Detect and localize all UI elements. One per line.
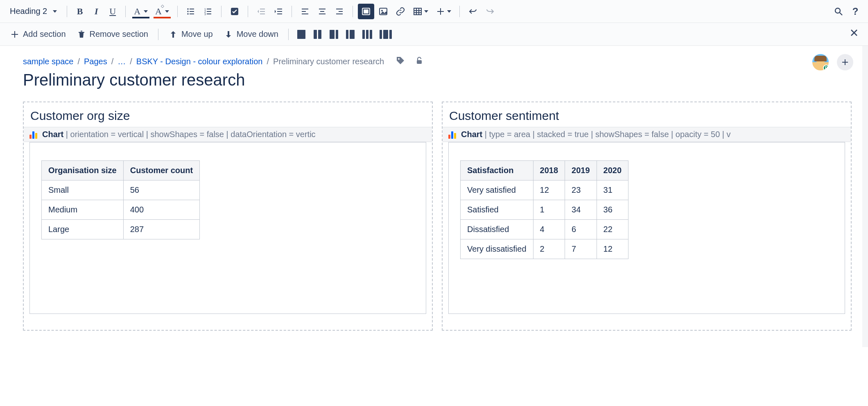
layout-column[interactable]: Customer org size Chart | orientation = … — [23, 102, 433, 331]
task-list-button[interactable] — [226, 4, 243, 19]
find-replace-button[interactable] — [830, 4, 847, 19]
svg-rect-5 — [190, 14, 194, 14]
table-cell[interactable]: 6 — [565, 220, 597, 239]
svg-point-31 — [381, 10, 383, 11]
table-cell[interactable]: 36 — [597, 200, 628, 220]
chart-macro-header[interactable]: Chart | type = area | stacked = true | s… — [443, 127, 851, 142]
restrictions-button[interactable] — [414, 56, 424, 68]
svg-point-39 — [835, 8, 840, 13]
highlight-color-button[interactable]: A◇ — [152, 4, 172, 19]
close-icon — [849, 28, 859, 38]
table-cell[interactable]: 22 — [597, 220, 628, 239]
italic-button[interactable]: I — [88, 4, 104, 19]
table-cell[interactable]: 400 — [123, 200, 199, 220]
breadcrumb-link[interactable]: BSKY - Design - colour exploration — [136, 57, 263, 66]
paragraph-style-picker[interactable]: Heading 2 — [5, 3, 62, 20]
layout-three-equal-button[interactable] — [359, 27, 375, 42]
table-header-row: Satisfaction 2018 2019 2020 — [461, 161, 628, 180]
breadcrumb-current: Preliminary customer research — [273, 57, 384, 66]
bullet-list-button[interactable] — [183, 4, 199, 19]
table-cell[interactable]: 23 — [565, 180, 597, 200]
table-cell[interactable]: Very satisfied — [461, 180, 533, 200]
table-cell[interactable]: Dissatisfied — [461, 220, 533, 239]
table-cell[interactable]: Large — [42, 220, 124, 239]
table-cell[interactable]: 12 — [597, 239, 628, 259]
table-cell[interactable]: Very dissatisfied — [461, 239, 533, 259]
page-title[interactable]: Preliminary customer research — [23, 71, 852, 89]
table-cell[interactable]: 7 — [565, 239, 597, 259]
remove-section-button[interactable]: Remove section — [72, 26, 153, 43]
layout-section: Customer org size Chart | orientation = … — [23, 102, 852, 331]
layout-two-equal-button[interactable] — [310, 27, 326, 42]
table-cell[interactable]: 1 — [533, 200, 565, 220]
table-cell[interactable]: Small — [42, 180, 124, 200]
breadcrumb-link[interactable]: sample space — [23, 57, 73, 66]
arrow-down-icon — [224, 29, 233, 39]
table-header[interactable]: 2020 — [597, 161, 628, 180]
breadcrumb-link[interactable]: Pages — [84, 57, 107, 66]
chart-macro-body[interactable]: Satisfaction 2018 2019 2020 Very satisfi… — [448, 142, 845, 314]
checkbox-icon — [230, 7, 240, 16]
table-cell[interactable]: 287 — [123, 220, 199, 239]
numbered-list-button[interactable]: 123 — [200, 4, 216, 19]
align-left-icon — [300, 7, 310, 16]
page-layout-button[interactable] — [358, 4, 374, 19]
insert-image-button[interactable] — [375, 4, 391, 19]
table-cell[interactable]: 56 — [123, 180, 199, 200]
table-cell[interactable]: Medium — [42, 200, 124, 220]
table-cell[interactable]: 12 — [533, 180, 565, 200]
indent-button[interactable] — [270, 4, 287, 19]
table-cell[interactable]: 34 — [565, 200, 597, 220]
insert-table-button[interactable] — [409, 4, 432, 19]
layout-three-sidebars-button[interactable] — [376, 27, 395, 42]
indent-icon — [274, 7, 283, 16]
data-table[interactable]: Satisfaction 2018 2019 2020 Very satisfi… — [460, 160, 628, 259]
avatar[interactable]: R — [811, 53, 830, 71]
layout-column[interactable]: Customer sentiment Chart | type = area |… — [442, 102, 852, 331]
redo-icon — [485, 7, 495, 16]
table-header[interactable]: Organisation size — [42, 161, 124, 180]
redo-button[interactable] — [482, 4, 498, 19]
svg-rect-23 — [320, 11, 324, 12]
labels-button[interactable] — [396, 56, 405, 68]
insert-link-button[interactable] — [392, 4, 409, 19]
table-row: Very satisfied 12 23 31 — [461, 180, 628, 200]
column-heading[interactable]: Customer sentiment — [449, 109, 845, 123]
align-left-button[interactable] — [297, 4, 313, 19]
bold-button[interactable]: B — [72, 4, 88, 19]
scrollbar[interactable] — [862, 46, 868, 347]
insert-more-button[interactable] — [432, 4, 454, 19]
column-heading[interactable]: Customer org size — [30, 109, 426, 123]
underline-button[interactable]: U — [105, 4, 120, 19]
close-layout-toolbar-button[interactable] — [845, 28, 863, 41]
chart-icon — [29, 131, 37, 139]
table-header[interactable]: 2018 — [533, 161, 565, 180]
chart-macro-body[interactable]: Organisation size Customer count Small 5… — [29, 142, 426, 314]
undo-button[interactable] — [465, 4, 481, 19]
invite-to-edit-button[interactable] — [837, 54, 853, 70]
data-table[interactable]: Organisation size Customer count Small 5… — [41, 160, 200, 239]
layout-two-left-button[interactable] — [326, 27, 342, 42]
chart-macro-header[interactable]: Chart | orientation = vertical | showSha… — [24, 127, 432, 142]
table-cell[interactable]: Satisfied — [461, 200, 533, 220]
align-right-button[interactable] — [331, 4, 348, 19]
help-button[interactable]: ? — [848, 4, 863, 19]
table-cell[interactable]: 31 — [597, 180, 628, 200]
add-section-button[interactable]: Add section — [5, 26, 71, 43]
svg-rect-17 — [277, 11, 282, 12]
layout-two-right-button[interactable] — [343, 27, 358, 42]
align-center-button[interactable] — [314, 4, 330, 19]
move-section-up-button[interactable]: Move up — [163, 26, 218, 43]
table-cell[interactable]: 4 — [533, 220, 565, 239]
table-header[interactable]: Customer count — [123, 161, 199, 180]
table-header[interactable]: 2019 — [565, 161, 597, 180]
svg-rect-43 — [79, 32, 84, 33]
layout-single-button[interactable] — [294, 27, 309, 42]
outdent-button[interactable] — [253, 4, 269, 19]
breadcrumb-ellipsis[interactable]: … — [118, 57, 126, 66]
move-section-down-button[interactable]: Move down — [219, 26, 283, 43]
table-header[interactable]: Satisfaction — [461, 161, 533, 180]
svg-rect-20 — [302, 11, 306, 12]
table-cell[interactable]: 2 — [533, 239, 565, 259]
text-color-button[interactable]: A — [131, 4, 151, 19]
